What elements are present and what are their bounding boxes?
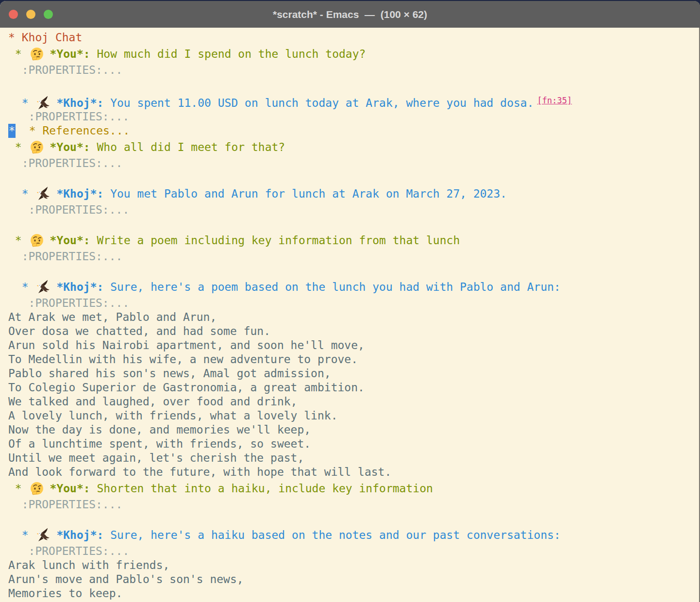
org-buffer[interactable]: * Khoj Chat * *You*: How much did I spen… <box>0 28 700 601</box>
close-button[interactable] <box>9 10 18 19</box>
org-heading-khoj-chat[interactable]: * Khoj Chat <box>8 31 697 45</box>
you-label: *You*: <box>50 482 90 495</box>
haiku-line: Arun's move and Pablo's son's news, <box>8 572 697 586</box>
properties-drawer[interactable]: :PROPERTIES:... <box>8 156 697 170</box>
you-label: *You*: <box>50 141 90 153</box>
poem-line: Of a lunchtime spent, with friends, so s… <box>8 437 697 451</box>
org-heading-khoj-a1[interactable]: * *Khoj*: You spent 11.00 USD on lunch t… <box>8 91 697 110</box>
drawer-text: :PROPERTIES:... <box>8 250 122 263</box>
properties-drawer[interactable]: :PROPERTIES:... <box>8 63 697 77</box>
poem-line: Arun sold his Nairobi apartment, and soo… <box>8 338 697 352</box>
poem-line: Until we meet again, let's cherish the p… <box>8 451 697 465</box>
titlebar[interactable]: *scratch* - Emacs — (100 × 62) <box>0 1 700 28</box>
message-text: Shorten that into a haiku, include key i… <box>90 482 433 495</box>
eagle-icon <box>36 280 50 294</box>
minimize-button[interactable] <box>26 10 35 19</box>
org-heading-khoj-a4[interactable]: * *Khoj*: Sure, here's a haiku based on … <box>8 526 697 544</box>
poem-line: A lovely lunch, with friends, what a lov… <box>8 409 697 423</box>
heading-star: * <box>8 281 35 293</box>
window-title: *scratch* - Emacs — (100 × 62) <box>0 9 700 20</box>
you-label: *You*: <box>50 48 90 60</box>
org-heading-you-q2[interactable]: * *You*: Who all did I meet for that? <box>8 138 697 156</box>
heading-star: * <box>8 234 29 247</box>
thinking-face-icon <box>30 481 44 496</box>
poem-line: Now the day is done, and memories we'll … <box>8 423 697 437</box>
references-heading[interactable]: * References... <box>16 124 130 137</box>
heading-star: * <box>8 48 29 60</box>
org-heading-khoj-a3[interactable]: * *Khoj*: Sure, here's a poem based on t… <box>8 278 697 296</box>
you-label: *You*: <box>50 234 90 247</box>
poem-line: Pablo shared his son's news, Amal got ad… <box>8 367 697 381</box>
org-heading-you-q4[interactable]: * *You*: Shorten that into a haiku, incl… <box>8 479 697 498</box>
blank-line <box>8 512 697 526</box>
message-text: You spent 11.00 USD on lunch today at Ar… <box>103 97 533 109</box>
blank-line <box>8 77 697 91</box>
heading-star: * <box>8 187 35 200</box>
text-cursor: * <box>8 124 16 138</box>
eagle-icon <box>36 186 50 201</box>
heading-star: * <box>8 529 35 541</box>
poem-line: We talked and laughed, over food and dri… <box>8 395 697 409</box>
heading-star: * <box>8 141 29 153</box>
properties-drawer[interactable]: :PROPERTIES:... <box>8 110 697 124</box>
document-title: * Khoj Chat <box>8 31 82 44</box>
message-text: Sure, here's a poem based on the lunch y… <box>103 281 561 293</box>
thinking-face-icon <box>30 47 44 61</box>
khoj-label: *Khoj*: <box>56 187 103 200</box>
blank-line <box>8 217 697 231</box>
khoj-label: *Khoj*: <box>56 529 103 541</box>
haiku-line: Arak lunch with friends, <box>8 558 697 572</box>
drawer-text: :PROPERTIES:... <box>8 110 129 123</box>
poem-line: At Arak we met, Pablo and Arun, <box>8 310 697 324</box>
eagle-icon <box>36 528 50 542</box>
drawer-text: :PROPERTIES:... <box>8 64 122 76</box>
footnote-link[interactable]: [fn:35] <box>537 96 572 105</box>
properties-drawer[interactable]: :PROPERTIES:... <box>8 544 697 558</box>
blank-line <box>8 264 697 278</box>
blank-line <box>8 170 697 184</box>
eagle-icon <box>36 96 50 110</box>
drawer-text: :PROPERTIES:... <box>8 157 122 169</box>
message-text: How much did I spend on the lunch today? <box>90 48 366 60</box>
drawer-text: :PROPERTIES:... <box>8 498 122 511</box>
khoj-label: *Khoj*: <box>56 281 103 293</box>
message-text: You met Pablo and Arun for lunch at Arak… <box>103 187 507 200</box>
traffic-lights <box>9 10 53 19</box>
poem-line: Over dosa we chatted, and had some fun. <box>8 324 697 338</box>
heading-star: * <box>8 482 29 495</box>
emacs-window: *scratch* - Emacs — (100 × 62) * Khoj Ch… <box>0 1 700 602</box>
thinking-face-icon <box>30 140 44 154</box>
khoj-label: *Khoj*: <box>56 97 103 109</box>
properties-drawer[interactable]: :PROPERTIES:... <box>8 498 697 512</box>
poem-line: To Medellin with his wife, a new adventu… <box>8 352 697 367</box>
haiku-line: Memories to keep. <box>8 586 697 601</box>
message-text: Who all did I meet for that? <box>90 141 285 153</box>
drawer-text: :PROPERTIES:... <box>8 203 129 216</box>
drawer-text: :PROPERTIES:... <box>8 297 129 309</box>
poem-line: To Colegio Superior de Gastronomia, a gr… <box>8 381 697 395</box>
org-heading-khoj-a2[interactable]: * *Khoj*: You met Pablo and Arun for lun… <box>8 184 697 203</box>
poem-line: And look forward to the future, with hop… <box>8 465 697 479</box>
message-text: Write a poem including key information f… <box>90 234 460 247</box>
drawer-text: :PROPERTIES:... <box>8 545 129 557</box>
properties-drawer[interactable]: :PROPERTIES:... <box>8 203 697 217</box>
org-heading-you-q3[interactable]: * *You*: Write a poem including key info… <box>8 231 697 250</box>
thinking-face-icon <box>30 233 44 248</box>
org-heading-references[interactable]: * * References... <box>8 124 697 138</box>
zoom-button[interactable] <box>44 10 53 19</box>
properties-drawer[interactable]: :PROPERTIES:... <box>8 296 697 310</box>
heading-star: * <box>8 97 35 109</box>
message-text: Sure, here's a haiku based on the notes … <box>103 529 561 541</box>
properties-drawer[interactable]: :PROPERTIES:... <box>8 250 697 264</box>
org-heading-you-q1[interactable]: * *You*: How much did I spend on the lun… <box>8 45 697 63</box>
